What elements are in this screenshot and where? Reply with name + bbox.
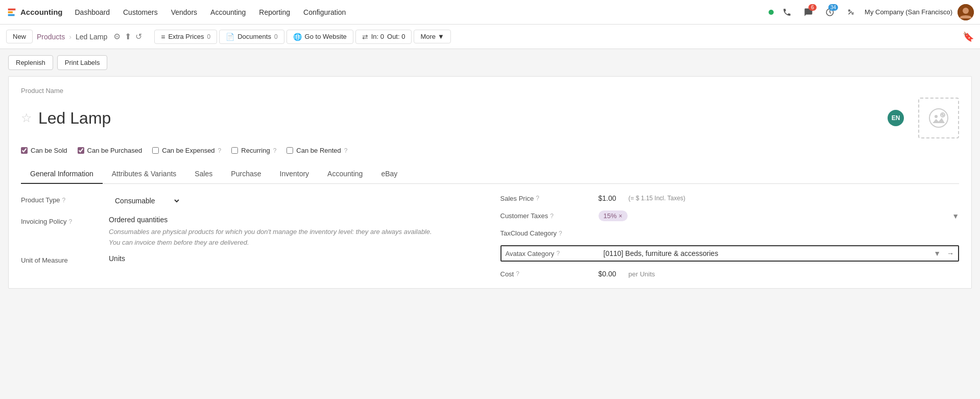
customer-taxes-dropdown-icon[interactable]: ▼: [952, 212, 959, 220]
general-info-section: Product Type ? Consumable Storable Produ…: [21, 194, 959, 278]
upload-icon[interactable]: ⬆: [125, 32, 131, 41]
app-name: Accounting: [20, 8, 63, 16]
extra-prices-count: 0: [207, 33, 210, 40]
avatax-dropdown-icon[interactable]: ▼: [934, 249, 941, 257]
tab-sales[interactable]: Sales: [185, 165, 222, 184]
tab-attributes-variants[interactable]: Attributes & Variants: [103, 165, 186, 184]
chat-badge: 6: [808, 4, 817, 11]
new-button[interactable]: New: [6, 30, 33, 43]
product-title[interactable]: Led Lamp: [38, 109, 111, 128]
can-be-purchased-checkbox[interactable]: Can be Purchased: [78, 147, 142, 154]
breadcrumb-bar: New Products › Led Lamp ⚙ ⬆ ↺ ≡ Extra Pr…: [0, 25, 980, 49]
language-circle[interactable]: EN: [888, 110, 904, 126]
can-be-sold-checkbox[interactable]: Can be Sold: [21, 147, 67, 154]
transfers-out-label: Out: 0: [387, 33, 405, 40]
favorite-star-icon[interactable]: ☆: [21, 111, 32, 125]
tab-purchase[interactable]: Purchase: [222, 165, 270, 184]
documents-button[interactable]: 📄 Documents 0: [219, 30, 284, 44]
breadcrumb-parent[interactable]: Products: [37, 33, 65, 41]
sales-price-row: Sales Price ? $1.00 (= $ 1.15 Incl. Taxe…: [500, 194, 960, 202]
tab-inventory[interactable]: Inventory: [271, 165, 319, 184]
product-type-label: Product Type ?: [21, 194, 103, 204]
product-type-row: Product Type ? Consumable Storable Produ…: [21, 194, 480, 207]
invoicing-policy-value[interactable]: Ordered quantities: [109, 216, 480, 224]
bookmark-icon[interactable]: 🔖: [963, 31, 974, 42]
tab-accounting[interactable]: Accounting: [318, 165, 372, 184]
settings-icon[interactable]: ⚙: [113, 32, 121, 41]
toolbar-buttons: ≡ Extra Prices 0 📄 Documents 0 🌐 Go to W…: [154, 30, 451, 44]
form-right-column: Sales Price ? $1.00 (= $ 1.15 Incl. Taxe…: [500, 194, 960, 278]
customer-taxes-help-icon: ?: [550, 213, 554, 220]
refresh-icon[interactable]: ↺: [135, 32, 142, 41]
breadcrumb-current: Led Lamp: [76, 33, 107, 41]
phone-icon-btn[interactable]: [779, 4, 795, 20]
avatax-category-row: Avatax Category ? ▼ →: [500, 245, 960, 262]
tab-ebay[interactable]: eBay: [372, 165, 407, 184]
more-button[interactable]: More ▼: [414, 30, 451, 43]
language-indicator: EN: [888, 110, 904, 126]
product-flags: Can be Sold Can be Purchased Can be Expe…: [21, 147, 959, 154]
recurring-help-icon: ?: [273, 147, 277, 154]
clock-icon-btn[interactable]: 34: [822, 4, 838, 20]
rented-help-icon: ?: [344, 147, 348, 154]
avatax-external-link-icon[interactable]: →: [947, 249, 954, 257]
taxcloud-category-label: TaxCloud Category ?: [500, 229, 592, 237]
more-chevron-icon: ▼: [438, 33, 444, 40]
unit-of-measure-label: Unit of Measure: [21, 254, 103, 264]
app-logo[interactable]: Accounting: [6, 7, 63, 18]
tax-tag-15: 15% ×: [599, 210, 628, 221]
extra-prices-button[interactable]: ≡ Extra Prices 0: [154, 30, 217, 44]
documents-count: 0: [274, 33, 278, 40]
menu-customers[interactable]: Customers: [117, 5, 164, 19]
main-menu: Dashboard Customers Vendors Accounting R…: [69, 5, 767, 19]
product-type-select[interactable]: Consumable Storable Product Service: [109, 194, 181, 207]
avatax-category-label: Avatax Category ?: [506, 250, 597, 257]
action-bar: Replenish Print Labels: [0, 49, 980, 76]
menu-reporting[interactable]: Reporting: [253, 5, 296, 19]
invoicing-note2: You can invoice them before they are del…: [109, 239, 480, 246]
product-image-placeholder[interactable]: [918, 98, 959, 138]
svg-point-2: [963, 8, 969, 14]
invoicing-policy-column: Ordered quantities Consumables are physi…: [109, 216, 480, 246]
go-to-website-button[interactable]: 🌐 Go to Website: [286, 30, 353, 44]
taxcloud-help-icon: ?: [559, 230, 562, 237]
scissors-icon-btn[interactable]: [843, 4, 859, 20]
sales-price-help-icon: ?: [536, 195, 539, 202]
language-code: EN: [892, 114, 900, 122]
company-name: My Company (San Francisco): [865, 8, 952, 16]
menu-configuration[interactable]: Configuration: [297, 5, 352, 19]
sales-price-label: Sales Price ?: [500, 195, 592, 202]
recurring-checkbox[interactable]: Recurring ?: [231, 147, 276, 154]
product-form: Product Name ☆ Led Lamp EN: [8, 76, 972, 289]
product-name-label: Product Name: [21, 87, 959, 95]
user-avatar[interactable]: [958, 4, 974, 20]
can-be-rented-checkbox[interactable]: Can be Rented ?: [286, 147, 347, 154]
breadcrumb-separator: ›: [69, 33, 71, 41]
sales-price-value[interactable]: $1.00: [599, 194, 616, 202]
nav-right-section: 6 34 My Company (San Francisco): [769, 4, 974, 20]
chat-icon-btn[interactable]: 6: [800, 4, 817, 20]
menu-vendors[interactable]: Vendors: [165, 5, 203, 19]
main-area: Product Name ☆ Led Lamp EN: [0, 76, 980, 297]
customer-taxes-row: Customer Taxes ? 15% × ▼: [500, 210, 960, 221]
product-type-value[interactable]: Consumable Storable Product Service: [109, 194, 480, 207]
breadcrumb-actions: ⚙ ⬆ ↺: [113, 32, 142, 41]
cost-value[interactable]: $0.00: [599, 270, 616, 278]
unit-of-measure-value[interactable]: Units: [109, 254, 480, 263]
transfers-button[interactable]: ⇄ In: 0 Out: 0: [355, 30, 412, 44]
invoicing-policy-label: Invoicing Policy ?: [21, 216, 103, 225]
cost-label: Cost ?: [500, 270, 592, 278]
can-be-expensed-checkbox[interactable]: Can be Expensed ?: [152, 147, 221, 154]
menu-accounting[interactable]: Accounting: [204, 5, 252, 19]
replenish-button[interactable]: Replenish: [8, 55, 53, 70]
cost-unit: per Units: [629, 270, 655, 278]
go-to-website-label: Go to Website: [305, 33, 347, 40]
tax-tag-remove-icon[interactable]: ×: [619, 213, 623, 220]
product-type-help-icon: ?: [62, 197, 65, 204]
print-labels-button[interactable]: Print Labels: [57, 55, 108, 70]
menu-dashboard[interactable]: Dashboard: [69, 5, 116, 19]
tab-general-information[interactable]: General Information: [21, 165, 103, 184]
extra-prices-label: Extra Prices: [168, 33, 204, 40]
price-incl-taxes: (= $ 1.15 Incl. Taxes): [629, 195, 686, 202]
avatax-category-input[interactable]: [604, 249, 926, 257]
